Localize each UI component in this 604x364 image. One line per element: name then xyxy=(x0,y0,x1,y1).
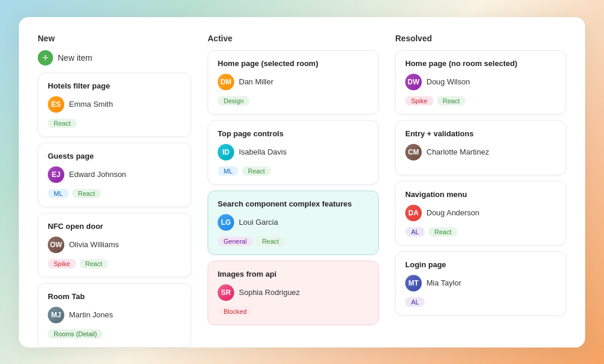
card-tags: ALReact xyxy=(405,227,556,237)
avatar: ES xyxy=(48,96,64,113)
card-title: Navigation menu xyxy=(405,190,556,199)
user-name: Charlotte Martinez xyxy=(426,147,489,156)
avatar: DW xyxy=(405,74,422,90)
card-item[interactable]: Images from apiSRSophia RodriguezBlocked xyxy=(208,261,379,325)
tag[interactable]: Design xyxy=(218,96,250,106)
kanban-board: New + New item Hotels filter pageESEmma … xyxy=(19,17,585,347)
avatar: SR xyxy=(218,284,234,301)
card-tags: MLReact xyxy=(218,166,369,176)
card-tags: MLReact xyxy=(48,189,181,198)
card-item[interactable]: NFC open doorOWOlivia WilliamsSpikeReact xyxy=(38,213,191,277)
user-name: Edward Johnson xyxy=(69,170,126,179)
new-cards-container: Hotels filter pageESEmma SmithReactGuest… xyxy=(38,73,191,347)
tag[interactable]: Spike xyxy=(405,96,434,106)
user-name: Mia Taylor xyxy=(426,278,461,287)
card-item[interactable]: Entry + validationsCMCharlotte Martinez xyxy=(395,120,566,175)
card-user: LGLoui Garcia xyxy=(218,214,369,231)
card-item[interactable]: Navigation menuDADoug AndersonALReact xyxy=(395,181,566,245)
tag[interactable]: React xyxy=(80,259,109,268)
tag[interactable]: Rooms (Detail) xyxy=(48,329,103,339)
card-user: MJMartin Jones xyxy=(48,307,181,323)
card-user: CMCharlotte Martinez xyxy=(405,144,556,160)
tag[interactable]: Blocked xyxy=(218,307,252,316)
avatar: DM xyxy=(218,74,234,90)
card-title: Hotels filter page xyxy=(48,81,181,90)
tag[interactable]: ML xyxy=(48,189,68,198)
user-name: Sophia Rodriguez xyxy=(239,288,300,297)
card-title: Search component complex features xyxy=(218,199,369,208)
tag[interactable]: Spike xyxy=(48,259,76,268)
tag[interactable]: React xyxy=(256,237,285,246)
card-user: ESEmma Smith xyxy=(48,96,181,113)
columns-wrapper: New + New item Hotels filter pageESEmma … xyxy=(38,34,566,331)
card-user: OWOlivia Williams xyxy=(48,237,181,253)
card-tags: Rooms (Detail) xyxy=(48,329,181,339)
tag[interactable]: React xyxy=(437,96,466,106)
card-user: IDIsabella Davis xyxy=(218,144,369,160)
user-name: Martin Jones xyxy=(69,310,113,319)
card-user: SRSophia Rodriguez xyxy=(218,284,369,301)
tag[interactable]: React xyxy=(48,119,77,128)
card-item[interactable]: Search component complex featuresLGLoui … xyxy=(208,191,379,255)
card-title: NFC open door xyxy=(48,222,181,231)
card-item[interactable]: Home page (no room selected)DWDoug Wilso… xyxy=(395,50,566,114)
card-item[interactable]: Room TabMJMartin JonesRooms (Detail) xyxy=(38,283,191,347)
user-name: Isabella Davis xyxy=(239,147,287,156)
card-title: Home page (selected room) xyxy=(218,59,369,68)
card-tags: Design xyxy=(218,96,369,106)
card-title: Guests page xyxy=(48,152,181,160)
card-item[interactable]: Home page (selected room)DMDan MillerDes… xyxy=(208,50,379,114)
card-tags: Blocked xyxy=(218,307,369,316)
new-item-icon: + xyxy=(38,50,53,65)
tag[interactable]: ML xyxy=(218,166,238,176)
avatar: OW xyxy=(48,237,64,253)
card-tags: GeneralReact xyxy=(218,237,369,246)
avatar: EJ xyxy=(48,166,64,183)
user-name: Doug Anderson xyxy=(426,208,480,217)
resolved-cards-container: Home page (no room selected)DWDoug Wilso… xyxy=(395,50,566,316)
column-active: Active Home page (selected room)DMDan Mi… xyxy=(208,34,379,331)
card-user: DWDoug Wilson xyxy=(405,74,556,90)
new-item-label: New item xyxy=(58,53,92,63)
card-user: DMDan Miller xyxy=(218,74,369,90)
avatar: DA xyxy=(405,205,422,221)
column-resolved: Resolved Home page (no room selected)DWD… xyxy=(395,34,566,331)
tag[interactable]: AL xyxy=(405,227,425,237)
card-item[interactable]: Top page controlsIDIsabella DavisMLReact xyxy=(208,120,379,185)
card-tags: SpikeReact xyxy=(405,96,556,106)
user-name: Olivia Williams xyxy=(69,240,119,249)
avatar: MT xyxy=(405,275,422,291)
card-item[interactable]: Guests pageEJEdward JohnsonMLReact xyxy=(38,143,191,207)
card-tags: AL xyxy=(405,297,556,307)
column-resolved-header: Resolved xyxy=(395,34,566,43)
card-title: Images from api xyxy=(218,270,369,278)
card-user: MTMia Taylor xyxy=(405,275,556,291)
card-tags: React xyxy=(48,119,181,128)
user-name: Emma Smith xyxy=(69,100,113,109)
card-item[interactable]: Login pageMTMia TaylorAL xyxy=(395,251,566,316)
avatar: MJ xyxy=(48,307,64,323)
card-tags: SpikeReact xyxy=(48,259,181,268)
user-name: Doug Wilson xyxy=(426,77,470,86)
tag[interactable]: React xyxy=(72,189,101,198)
avatar: CM xyxy=(405,144,422,160)
new-item-button[interactable]: + New item xyxy=(38,50,191,65)
user-name: Loui Garcia xyxy=(239,218,278,227)
tag[interactable]: General xyxy=(218,237,252,246)
card-title: Login page xyxy=(405,260,556,269)
tag[interactable]: AL xyxy=(405,297,425,307)
card-title: Entry + validations xyxy=(405,129,556,138)
card-user: DADoug Anderson xyxy=(405,205,556,221)
card-title: Home page (no room selected) xyxy=(405,59,556,68)
avatar: ID xyxy=(218,144,234,160)
tag[interactable]: React xyxy=(428,227,457,237)
active-cards-container: Home page (selected room)DMDan MillerDes… xyxy=(208,50,379,325)
card-title: Top page controls xyxy=(218,129,369,138)
user-name: Dan Miller xyxy=(239,77,274,86)
card-item[interactable]: Hotels filter pageESEmma SmithReact xyxy=(38,73,191,137)
column-new-header: New xyxy=(38,34,191,43)
tag[interactable]: React xyxy=(242,166,271,176)
avatar: LG xyxy=(218,214,234,231)
column-new: New + New item Hotels filter pageESEmma … xyxy=(38,34,191,331)
card-user: EJEdward Johnson xyxy=(48,166,181,183)
